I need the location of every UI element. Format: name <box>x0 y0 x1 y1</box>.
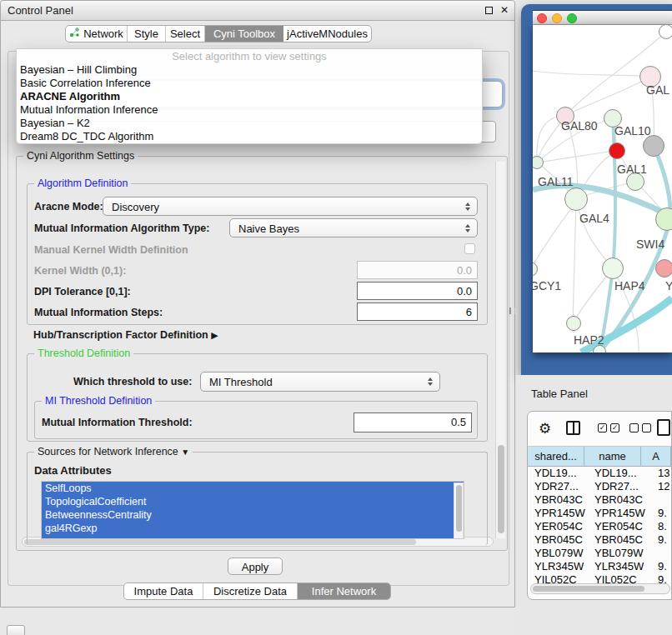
dpi-tolerance-field[interactable]: 0.0 <box>357 282 478 300</box>
manual-kernel-checkbox[interactable] <box>464 243 475 254</box>
algorithm-option[interactable]: ARACNE Algorithm <box>17 90 482 103</box>
node-label: SWI4 <box>636 238 664 251</box>
combo-spinner-icon <box>428 378 434 386</box>
table-cell: 12 <box>658 480 669 492</box>
control-panel-titlebar: Control Panel ✕ <box>1 1 514 21</box>
tab-style[interactable]: Style <box>128 26 166 42</box>
tab-infer-network[interactable]: Infer Network <box>298 583 390 599</box>
settings-vscrollbar[interactable] <box>495 162 505 538</box>
close-icon[interactable]: ✕ <box>500 4 509 16</box>
network-node[interactable] <box>643 135 664 157</box>
close-traffic-light-icon[interactable] <box>537 13 547 23</box>
table-hscrollbar[interactable] <box>530 583 670 594</box>
network-window-titlebar[interactable] <box>533 10 672 25</box>
kernel-width-label: Kernel Width (0,1): <box>34 265 126 277</box>
screen: Control Panel ✕ NetworkStyleSelectCyni T… <box>0 0 672 635</box>
select-all-checkbox-icon[interactable]: ✓ <box>610 423 619 432</box>
algorithm-option[interactable]: Mutual Information Inference <box>17 103 482 117</box>
algorithm-option[interactable]: Bayesian – K2 <box>17 117 482 130</box>
table-row[interactable]: YER054CYER054C8. <box>528 520 671 533</box>
mi-steps-label: Mutual Information Steps: <box>34 307 163 318</box>
tab-label: Impute Data <box>134 585 193 598</box>
network-node[interactable] <box>659 25 672 39</box>
sources-group-title[interactable]: Sources for Network Inference ▼ <box>34 446 193 458</box>
split-pane-grip[interactable] <box>509 308 515 314</box>
zoom-traffic-light-icon[interactable] <box>567 13 577 23</box>
table-row[interactable]: YDR27...YDR27...12 <box>528 480 671 493</box>
column-layout-icon[interactable] <box>566 421 580 435</box>
node-label: GCY1 <box>533 279 561 292</box>
attribute-item-selected[interactable]: TopologicalCoefficient <box>42 495 464 508</box>
kernel-width-field[interactable]: 0.0 <box>357 261 478 279</box>
top-tabbar: NetworkStyleSelectCyni ToolboxjActiveMNo… <box>65 25 372 42</box>
data-attributes-list[interactable]: SelfLoopsTopologicalCoefficientBetweenne… <box>41 481 464 539</box>
which-threshold-combobox[interactable]: MI Threshold <box>200 372 440 392</box>
tab-cyni-toolbox[interactable]: Cyni Toolbox <box>205 26 283 42</box>
hub-definition-expander[interactable]: Hub/Transcription Factor Definition ▶ <box>33 329 218 341</box>
export-table-icon[interactable] <box>657 419 670 436</box>
deselect-all-checkbox-icon[interactable] <box>629 423 639 432</box>
tab-impute-data[interactable]: Impute Data <box>124 583 203 599</box>
network-node[interactable] <box>609 142 625 159</box>
bottom-tabbar: Impute DataDiscretize DataInfer Network <box>123 582 391 600</box>
column-header-shared[interactable]: shared... <box>528 447 584 467</box>
table-row[interactable]: YLR345WYLR345W9. <box>528 560 671 573</box>
column-header-a[interactable]: A <box>641 447 671 467</box>
which-threshold-label: Which threshold to use: <box>73 376 192 388</box>
attribute-item-selected[interactable] <box>42 535 464 539</box>
network-node-y[interactable] <box>655 259 672 278</box>
attribute-item-selected[interactable]: SelfLoops <box>42 482 464 495</box>
cyni-algorithm-settings-group: Cyni Algorithm Settings Algorithm Defini… <box>16 156 508 551</box>
network-node-hap2[interactable] <box>566 316 581 331</box>
network-node-gal4[interactable] <box>564 188 588 211</box>
table-row[interactable]: YBR045CYBR045C9. <box>528 533 671 547</box>
collapsed-panel-button[interactable] <box>7 625 25 635</box>
tab-label: Discretize Data <box>213 585 287 598</box>
attrlist-vscroll-thumb[interactable] <box>456 485 462 532</box>
table-hscroll-thumb[interactable] <box>533 586 644 592</box>
settings-vscroll-thumb[interactable] <box>498 445 504 533</box>
aracne-mode-value: Discovery <box>112 201 159 213</box>
table-row[interactable]: YDL19...YDL19...13 <box>528 467 671 480</box>
select-all-checkbox-icon[interactable]: ✓ <box>598 423 607 432</box>
tab-discretize-data[interactable]: Discretize Data <box>203 583 298 599</box>
tab-label: Style <box>134 28 158 40</box>
table-row[interactable]: YBL079WYBL079W <box>528 547 671 560</box>
deselect-all-checkbox-icon[interactable] <box>642 423 651 432</box>
gear-icon[interactable]: ⚙ <box>539 420 551 438</box>
mi-threshold-group-title: MI Threshold Definition <box>42 395 155 407</box>
tab-network[interactable]: Network <box>66 26 128 42</box>
aracne-mode-combobox[interactable]: Discovery <box>103 197 478 216</box>
mi-type-combobox[interactable]: Naive Bayes <box>229 218 478 238</box>
mi-threshold-field[interactable]: 0.5 <box>354 412 472 432</box>
table-cell: YBR045C <box>534 533 583 546</box>
table-cell: YBR043C <box>534 493 583 506</box>
table-cell: 9. <box>658 533 667 546</box>
table-row[interactable]: YBR043CYBR043C <box>528 493 671 507</box>
column-header-name[interactable]: name <box>584 447 641 467</box>
float-window-icon[interactable] <box>485 7 493 14</box>
network-node-swi4[interactable] <box>655 208 672 231</box>
network-node-hap4[interactable] <box>602 258 624 279</box>
table-cell: YBL079W <box>534 547 584 559</box>
attribute-item-selected[interactable]: gal4RGexp <box>42 522 464 535</box>
network-canvas[interactable]: GALGAL80GAL10GAL1GAL11GAL4SWI4GCY1HAP4YH… <box>533 25 672 352</box>
sources-title-text: Sources for Network Inference <box>38 446 178 458</box>
minimize-traffic-light-icon[interactable] <box>552 13 562 23</box>
mi-steps-field[interactable]: 6 <box>357 302 478 321</box>
apply-button[interactable]: Apply <box>228 558 283 575</box>
tab-select[interactable]: Select <box>166 26 205 42</box>
network-node[interactable] <box>593 345 606 352</box>
tab-jactivemnodules[interactable]: jActiveMNodules <box>283 26 371 42</box>
expander-arrow-right-icon: ▶ <box>211 330 218 340</box>
algorithm-option[interactable]: Basic Correlation Inference <box>17 77 482 90</box>
algorithm-option[interactable]: Bayesian – Hill Climbing <box>17 63 482 77</box>
attribute-item-selected[interactable]: BetweennessCentrality <box>42 508 464 522</box>
manual-kernel-label: Manual Kernel Width Definition <box>34 244 188 256</box>
mi-threshold-label: Mutual Information Threshold: <box>42 417 193 428</box>
algorithm-option[interactable]: Dream8 DC_TDC Algorithm <box>17 130 482 143</box>
table-row[interactable]: YPR145WYPR145W9. <box>528 507 671 520</box>
table-toolbar: ⚙ ✓ ✓ <box>528 412 671 447</box>
attrlist-vscrollbar[interactable] <box>454 482 464 539</box>
table-cell: 9. <box>658 507 667 519</box>
